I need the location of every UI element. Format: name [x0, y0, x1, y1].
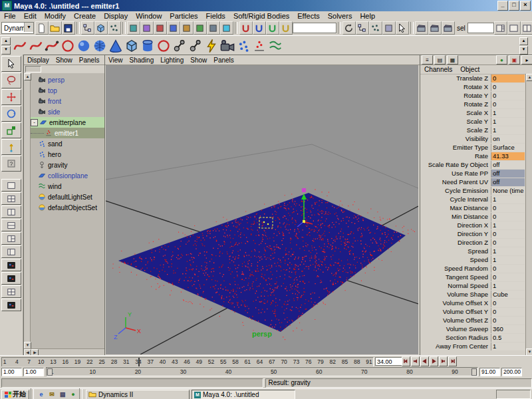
expander-icon[interactable]: -: [31, 119, 38, 126]
outliner-vertical-scrollbar[interactable]: ▲ ▼: [24, 73, 31, 349]
viewport-menu-show[interactable]: Show: [187, 57, 210, 64]
channel-value-field[interactable]: 0: [491, 83, 525, 91]
range-start-grip[interactable]: [47, 368, 53, 376]
channel-value-field[interactable]: 0: [491, 273, 525, 281]
layer-editor-icon[interactable]: ▣: [509, 55, 520, 65]
channelbox-menu-object[interactable]: Object: [456, 66, 483, 73]
outliner-menu-show[interactable]: Show: [53, 57, 76, 64]
menu-effects[interactable]: Effects: [293, 12, 323, 20]
three-pane-layout[interactable]: [1, 232, 21, 245]
rotate-tool[interactable]: [1, 106, 21, 122]
numeric-input-field[interactable]: [293, 23, 336, 33]
multi-saved-layout[interactable]: [1, 285, 21, 298]
ik-handle-icon[interactable]: [188, 38, 203, 54]
move-tool[interactable]: [1, 89, 21, 105]
mask-surfaces-icon[interactable]: [167, 21, 180, 35]
selection-name-field[interactable]: [467, 23, 494, 33]
minimize-button[interactable]: _: [497, 1, 508, 11]
list-item-side[interactable]: side: [31, 106, 104, 117]
select-tool[interactable]: [1, 56, 21, 72]
show-manipulator-tool[interactable]: [1, 139, 21, 155]
menu-particles[interactable]: Particles: [166, 12, 201, 20]
outliner-menu-panels[interactable]: Panels: [76, 57, 103, 64]
cv-curve-tool-icon[interactable]: [12, 38, 28, 54]
range-end-grip[interactable]: [471, 368, 477, 376]
list-item-front[interactable]: front: [31, 96, 104, 106]
task-button-dynamics-ii[interactable]: Dynamics II: [86, 390, 190, 399]
nurbs-circle-icon[interactable]: [156, 38, 172, 54]
nurbs-sphere-icon[interactable]: [76, 38, 92, 54]
channel-value-field[interactable]: off: [491, 161, 525, 169]
mail-quicklaunch-icon[interactable]: ✉: [47, 390, 57, 399]
range-slider-track[interactable]: 1102030405060708090: [46, 367, 478, 376]
collapse-panel-icon[interactable]: ▸: [521, 55, 532, 65]
maximize-button[interactable]: □: [509, 1, 519, 11]
close-button[interactable]: ×: [520, 1, 531, 11]
channel-value-field[interactable]: 0: [491, 317, 525, 325]
menu-modify[interactable]: Modify: [41, 12, 70, 20]
channel-value-field[interactable]: 1: [491, 126, 525, 134]
particle-tool-icon[interactable]: [235, 38, 251, 54]
two-pane-stacked-layout[interactable]: [1, 219, 21, 231]
pencil-curve-tool-icon[interactable]: [44, 38, 60, 54]
channel-value-field[interactable]: 360: [491, 325, 525, 333]
list-item-emitterplane[interactable]: -emitterplane: [31, 117, 104, 128]
last-tool-used[interactable]: [1, 156, 21, 172]
save-scene-icon[interactable]: [62, 21, 75, 35]
mask-rendering-icon[interactable]: [207, 21, 220, 35]
channel-value-field[interactable]: 41.33: [491, 152, 525, 160]
channel-value-field[interactable]: off: [491, 170, 525, 178]
mask-deformations-icon[interactable]: [180, 21, 194, 35]
viewport-menu-lighting[interactable]: Lighting: [157, 57, 187, 64]
outliner-persp-layout[interactable]: [1, 245, 21, 258]
step-back-frame-icon[interactable]: [411, 356, 420, 366]
show-desktop-icon[interactable]: ▤: [58, 390, 67, 399]
list-item-hero[interactable]: hero: [31, 149, 104, 160]
channel-value-field[interactable]: off: [491, 178, 525, 186]
show-channelbox-icon[interactable]: [494, 21, 507, 35]
channel-value-field[interactable]: 0: [491, 213, 525, 221]
list-input-icon[interactable]: [356, 21, 369, 35]
command-input[interactable]: [1, 378, 263, 388]
time-slider-track[interactable]: 1471013161922252831343740434649525558616…: [1, 357, 374, 367]
viewport-menu-shading[interactable]: Shading: [126, 57, 158, 64]
menu-edit[interactable]: Edit: [20, 12, 41, 20]
outliner-menu-display[interactable]: Display: [24, 57, 53, 64]
hypergraph-persp-layout[interactable]: [1, 259, 21, 271]
channel-value-field[interactable]: 0: [491, 100, 525, 108]
menu-help[interactable]: Help: [356, 12, 379, 20]
viewport-canvas[interactable]: YXZpersp: [106, 65, 418, 354]
list-item-collisionplane[interactable]: collisionplane: [31, 170, 104, 181]
persp-graph-layout[interactable]: [1, 272, 21, 285]
mask-dynamics-icon[interactable]: [194, 21, 207, 35]
channel-value-field[interactable]: 0: [491, 74, 525, 82]
channel-value-field[interactable]: 0: [491, 299, 525, 307]
two-pane-side-layout[interactable]: [1, 205, 21, 218]
channel-value-field[interactable]: 1: [491, 118, 525, 126]
menu-display[interactable]: Display: [100, 12, 132, 20]
channel-value-field[interactable]: 0: [491, 308, 525, 316]
operations-icon[interactable]: [369, 21, 382, 35]
list-item-sand[interactable]: sand: [31, 138, 104, 149]
channelbox-menu-channels[interactable]: Channels: [420, 66, 456, 73]
list-item-emitter1[interactable]: emitter1: [31, 128, 104, 138]
channel-value-field[interactable]: 0.5: [491, 334, 525, 342]
lasso-tool[interactable]: [1, 72, 21, 88]
field-icon[interactable]: [267, 38, 283, 54]
channel-value-field[interactable]: 1: [491, 109, 525, 117]
shelf-scroll-up-icon[interactable]: ▲: [519, 37, 528, 46]
media-quicklaunch-icon[interactable]: ●: [68, 390, 78, 399]
animation-start-field[interactable]: 1.00: [1, 368, 22, 376]
menu-fields[interactable]: Fields: [202, 12, 229, 20]
channel-value-field[interactable]: None (time: [491, 187, 525, 195]
channel-layout-1-icon[interactable]: ≡: [422, 55, 433, 65]
menu-solvers[interactable]: Solvers: [324, 12, 356, 20]
select-hierarchy-icon[interactable]: [81, 21, 94, 35]
select-component-icon[interactable]: [108, 21, 121, 35]
mask-handles-icon[interactable]: [127, 21, 140, 35]
channel-value-field[interactable]: 0: [491, 239, 525, 247]
nurbs-cone-icon[interactable]: [108, 38, 124, 54]
task-button-maya-4-0-untitled[interactable]: MMaya 4.0: .\untitled: [192, 390, 295, 399]
poly-sphere-icon[interactable]: [92, 38, 108, 54]
channel-value-field[interactable]: 1: [491, 221, 525, 229]
